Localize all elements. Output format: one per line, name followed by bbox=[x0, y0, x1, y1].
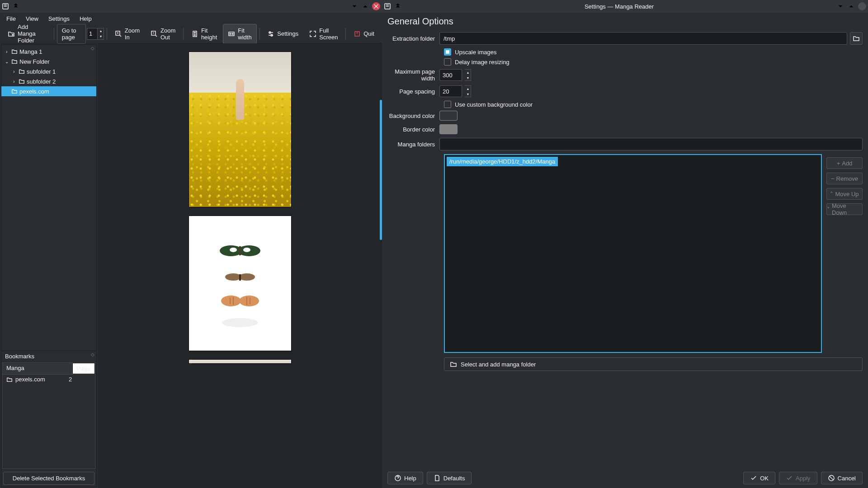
svg-point-19 bbox=[239, 296, 259, 306]
panel-handle-icon[interactable]: ◇ bbox=[91, 352, 94, 357]
folder-icon bbox=[11, 48, 18, 55]
b/*  */g-color-swatch[interactable] bbox=[439, 111, 458, 121]
settings-body: General Options Extraction folder Upscal… bbox=[382, 13, 868, 468]
manga-page bbox=[189, 216, 292, 351]
more-icon[interactable] bbox=[394, 2, 402, 10]
app-icon bbox=[2, 3, 9, 10]
quit-icon bbox=[354, 30, 361, 38]
full-screen-button[interactable]: Full Screen bbox=[304, 24, 343, 44]
maximize-button[interactable] bbox=[847, 2, 855, 10]
custom-bg-label: Use custom background color bbox=[455, 101, 533, 108]
defaults-button[interactable]: Defaults bbox=[427, 472, 472, 484]
page-number-input[interactable] bbox=[87, 28, 98, 40]
delay-checkbox[interactable] bbox=[444, 58, 451, 66]
bookmarks-table: Manga Page pexels.com2 bbox=[2, 362, 95, 469]
extraction-folder-label: Extraction folder bbox=[387, 35, 439, 42]
settings-heading: General Options bbox=[387, 16, 863, 27]
move-down-button[interactable]: ˅Move Down bbox=[826, 203, 863, 215]
app-icon bbox=[384, 3, 391, 10]
extraction-folder-input[interactable] bbox=[439, 32, 847, 45]
manga-folders-list[interactable]: /run/media/george/HDD1/z_hdd2/Manga bbox=[444, 154, 822, 353]
tree-item[interactable]: pexels.com bbox=[1, 86, 96, 96]
menu-help[interactable]: Help bbox=[75, 14, 96, 24]
tree-item[interactable]: ›subfolder 2 bbox=[1, 76, 96, 86]
zoom-out-button[interactable]: Zoom Out bbox=[146, 24, 180, 44]
add-folder-list-button[interactable]: +Add bbox=[826, 157, 863, 169]
zoom-in-button[interactable]: Zoom In bbox=[110, 24, 145, 44]
close-button[interactable] bbox=[858, 2, 866, 10]
chevron-right-icon[interactable]: › bbox=[11, 79, 17, 84]
max-width-input[interactable] bbox=[439, 69, 462, 81]
sidebar: ◇ ›Manga 1⌄New Folder›subfolder 1›subfol… bbox=[1, 44, 97, 487]
more-icon[interactable] bbox=[12, 2, 20, 10]
cancel-icon bbox=[828, 474, 835, 482]
page-viewer[interactable] bbox=[98, 43, 382, 488]
separator bbox=[345, 28, 346, 40]
close-button[interactable] bbox=[372, 2, 380, 10]
svg-point-13 bbox=[243, 248, 250, 252]
chevron-right-icon[interactable]: › bbox=[4, 49, 9, 54]
upscale-checkbox[interactable] bbox=[444, 48, 451, 56]
minimize-button[interactable] bbox=[350, 2, 359, 10]
fit-height-button[interactable]: Fit height bbox=[186, 24, 222, 44]
folder-tree[interactable]: ›Manga 1⌄New Folder›subfolder 1›subfolde… bbox=[1, 45, 96, 98]
plus-icon: + bbox=[837, 160, 840, 167]
chevron-down-icon: ˅ bbox=[827, 206, 830, 213]
goto-page-button[interactable]: Go to page bbox=[57, 24, 86, 44]
zoom-out-icon bbox=[151, 30, 158, 38]
tree-item[interactable]: ⌄New Folder bbox=[1, 56, 96, 66]
folder-icon bbox=[450, 361, 457, 368]
separator bbox=[107, 28, 107, 40]
settings-button[interactable]: Settings bbox=[262, 27, 303, 41]
check-icon bbox=[786, 474, 793, 482]
cancel-button[interactable]: Cancel bbox=[821, 472, 863, 484]
page-spinner[interactable]: ▴▾ bbox=[98, 28, 104, 40]
fit-width-button[interactable]: Fit width bbox=[223, 24, 256, 44]
browse-button[interactable] bbox=[850, 32, 863, 45]
separator bbox=[259, 28, 260, 40]
fit-height-icon bbox=[191, 30, 198, 38]
main-titlebar: pexels.com — Manga Reader bbox=[0, 0, 382, 13]
spacing-spinner[interactable]: ▴▾ bbox=[465, 85, 471, 97]
tree-item-label: subfolder 2 bbox=[27, 78, 56, 85]
border-color-swatch[interactable] bbox=[439, 124, 458, 134]
tree-item[interactable]: ›Manga 1 bbox=[1, 47, 96, 56]
bookmark-row[interactable]: pexels.com2 bbox=[3, 375, 95, 384]
spacing-input[interactable] bbox=[439, 85, 462, 97]
delete-bookmarks-button[interactable]: Delete Selected Bookmarks bbox=[3, 472, 94, 485]
help-icon bbox=[394, 474, 401, 482]
delay-label: Delay image resizing bbox=[455, 59, 509, 66]
document-icon bbox=[434, 474, 441, 482]
select-add-folder-button[interactable]: Select and add manga folder bbox=[444, 357, 863, 371]
svg-rect-14 bbox=[239, 246, 241, 255]
chevron-right-icon[interactable]: › bbox=[11, 69, 17, 74]
panel-handle-icon[interactable]: ◇ bbox=[91, 46, 94, 51]
manga-folders-input[interactable] bbox=[439, 138, 863, 150]
tree-item[interactable]: ›subfolder 1 bbox=[1, 66, 96, 76]
tree-item-label: subfolder 1 bbox=[27, 68, 56, 75]
svg-rect-17 bbox=[239, 274, 241, 281]
remove-folder-button[interactable]: −Remove bbox=[826, 173, 863, 184]
add-folder-label: Add Manga Folder bbox=[18, 23, 46, 44]
folder-icon bbox=[11, 58, 18, 65]
maximize-button[interactable] bbox=[361, 2, 369, 10]
minimize-button[interactable] bbox=[836, 2, 844, 10]
custom-bg-checkbox[interactable] bbox=[444, 101, 451, 108]
folder-icon bbox=[6, 376, 13, 383]
bookmarks-col-manga[interactable]: Manga bbox=[3, 363, 72, 374]
ok-button[interactable]: OK bbox=[743, 472, 775, 484]
tree-item-label: pexels.com bbox=[19, 88, 49, 95]
svg-point-12 bbox=[230, 248, 237, 252]
apply-button[interactable]: Apply bbox=[779, 472, 817, 484]
bookmarks-col-page[interactable]: Page bbox=[72, 363, 95, 374]
upscale-label: Upscale images bbox=[455, 49, 497, 56]
quit-button[interactable]: Quit bbox=[349, 27, 379, 41]
folder-list-item[interactable]: /run/media/george/HDD1/z_hdd2/Manga bbox=[447, 157, 558, 166]
svg-point-16 bbox=[239, 273, 255, 281]
fullscreen-icon bbox=[309, 30, 316, 38]
chevron-down-icon[interactable]: ⌄ bbox=[4, 59, 9, 64]
max-width-spinner[interactable]: ▴▾ bbox=[465, 69, 471, 81]
bookmarks-title: Bookmarks bbox=[1, 351, 96, 361]
help-button[interactable]: Help bbox=[387, 472, 423, 484]
move-up-button[interactable]: ˄Move Up bbox=[826, 188, 863, 200]
